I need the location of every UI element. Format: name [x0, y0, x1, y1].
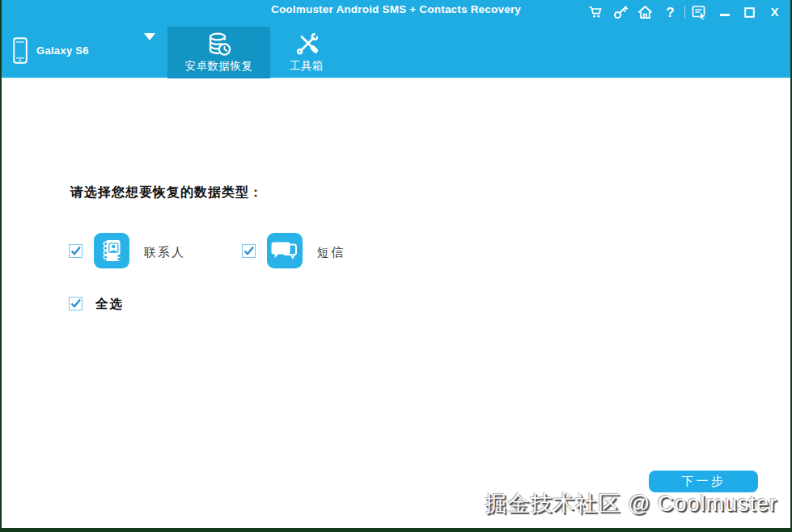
register-key-button[interactable]: [608, 0, 633, 24]
feedback-button[interactable]: [687, 0, 712, 24]
maximize-icon: [744, 7, 755, 18]
title-bar: Coolmuster Android SMS + Contacts Recove…: [2, 0, 790, 24]
main-content: 请选择您想要恢复的数据类型：: [2, 78, 790, 532]
tools-icon: [295, 31, 318, 58]
nav-bar: Galaxy S6 安卓数据恢复: [2, 24, 790, 78]
checkmark-icon: [70, 245, 82, 257]
minimize-button[interactable]: [712, 0, 737, 24]
close-icon: X: [771, 6, 779, 19]
tab-toolbox[interactable]: 工具箱: [270, 27, 343, 78]
titlebar-controls: ? X: [582, 0, 787, 24]
checkmark-icon: [243, 245, 255, 257]
database-recovery-icon: [207, 31, 231, 58]
close-button[interactable]: X: [762, 0, 787, 24]
register-form-icon: [692, 5, 707, 20]
help-icon: ?: [666, 6, 674, 19]
app-window: Coolmuster Android SMS + Contacts Recove…: [0, 0, 792, 532]
sms-checkbox[interactable]: [242, 244, 256, 258]
tab-label: 安卓数据恢复: [185, 59, 253, 74]
caret-down-icon[interactable]: [144, 33, 155, 40]
contacts-label: 联系人: [144, 245, 185, 260]
home-icon: [637, 5, 653, 19]
device-selector[interactable]: Galaxy S6: [13, 24, 89, 76]
store-button[interactable]: [582, 0, 608, 24]
maximize-button[interactable]: [737, 0, 762, 24]
minimize-icon: [720, 14, 730, 16]
cart-icon: [588, 5, 603, 19]
prompt-text: 请选择您想要恢复的数据类型：: [70, 184, 263, 201]
select-all-label: 全选: [95, 296, 124, 313]
contacts-checkbox[interactable]: [69, 244, 83, 258]
select-all-checkbox[interactable]: [69, 297, 83, 310]
checkmark-icon: [70, 298, 82, 310]
key-icon: [613, 5, 628, 19]
sms-label: 短信: [317, 245, 345, 260]
phone-icon: [13, 37, 28, 64]
home-button[interactable]: [633, 0, 658, 24]
watermark-text: 掘金技术社区 @ Coolmuster: [485, 489, 777, 518]
device-name: Galaxy S6: [36, 44, 89, 57]
tab-label: 工具箱: [290, 59, 324, 74]
tab-android-data-recovery[interactable]: 安卓数据恢复: [167, 27, 270, 78]
sms-icon: [267, 233, 303, 268]
titlebar-divider: [684, 6, 685, 19]
help-button[interactable]: ?: [658, 0, 683, 24]
contacts-icon: [94, 233, 129, 268]
